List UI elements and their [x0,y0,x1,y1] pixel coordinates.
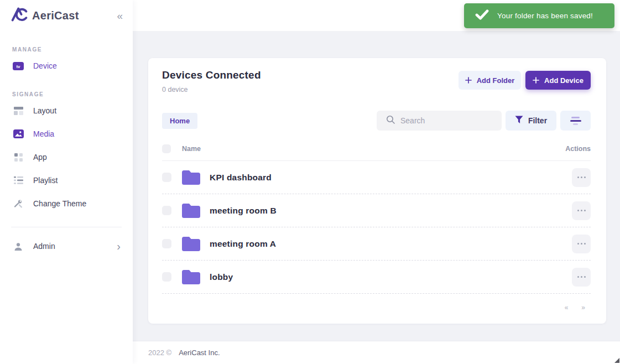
tv-icon: tv [12,62,24,70]
app-window: AeriCast « MANAGE tv Device SIGNAGE Layo… [0,0,620,364]
row-checkbox[interactable] [162,272,171,282]
filter-button[interactable]: Filter [506,111,556,131]
search-box [377,111,502,131]
sidebar-item-label: Change Theme [33,199,86,208]
page-title: Devices Connected [162,69,261,81]
sidebar-item-label: Admin [33,242,55,251]
section-label-manage: MANAGE [0,46,133,53]
app-grid-icon [12,153,24,162]
sidebar-item-label: Media [33,129,54,138]
sidebar-item-label: Layout [33,106,56,115]
footer: 2022 © AeriCast Inc. [133,341,620,364]
section-label-signage: SIGNAGE [0,91,133,97]
filter-label: Filter [528,116,547,125]
table-row[interactable]: lobby [162,261,591,294]
sidebar: AeriCast « MANAGE tv Device SIGNAGE Layo… [0,0,133,364]
toolbar-right: Filter [377,111,591,131]
row-actions-button[interactable] [572,235,591,253]
column-header-actions: Actions [565,145,591,153]
main-area: Devices Connected 0 device Add Folder [133,0,620,364]
row-actions-button[interactable] [572,168,591,187]
title-block: Devices Connected 0 device [162,69,261,93]
ellipsis-icon [577,210,579,211]
row-checkbox[interactable] [162,239,171,248]
add-device-label: Add Device [544,76,583,85]
table-row[interactable]: meeting room B [162,194,591,227]
add-folder-button[interactable]: Add Folder [459,71,521,90]
folder-icon [182,236,200,251]
folder-name: KPI dashboard [210,173,272,183]
playlist-icon [12,176,24,184]
sidebar-item-layout[interactable]: Layout [0,101,133,121]
plus-icon [465,77,472,84]
pagination-prev[interactable]: « [565,304,569,311]
ellipsis-icon [577,276,579,278]
layout-icon [12,107,24,115]
plus-icon [533,77,539,84]
footer-company: AeriCast Inc. [179,349,220,357]
sidebar-collapse-icon[interactable]: « [117,11,123,21]
brand-name: AeriCast [32,9,79,22]
table-row[interactable]: KPI dashboard [162,161,591,194]
media-icon [12,129,24,138]
devices-card: Devices Connected 0 device Add Folder [148,58,606,324]
sidebar-item-change-theme[interactable]: Change Theme [0,194,133,214]
row-checkbox[interactable] [162,173,171,182]
card-header: Devices Connected 0 device Add Folder [162,58,591,93]
logo-icon [11,7,28,24]
user-icon [12,242,24,251]
breadcrumb-home[interactable]: Home [162,113,197,129]
sidebar-item-media[interactable]: Media [0,124,133,144]
sidebar-item-label: Device [33,61,57,70]
toolbar: Home Filter [162,111,591,131]
tools-icon [12,199,24,208]
device-count: 0 device [162,86,261,93]
row-checkbox[interactable] [162,206,171,215]
chevron-right-icon: › [117,241,121,252]
folder-icon [182,203,200,218]
sidebar-item-app[interactable]: App [0,147,133,167]
ellipsis-icon [577,243,579,245]
table-row[interactable]: meeting room A [162,227,591,261]
ellipsis-icon [577,176,579,178]
content-area: Devices Connected 0 device Add Folder [133,31,620,341]
sidebar-divider [11,227,122,227]
sidebar-item-device[interactable]: tv Device [0,56,133,76]
footer-year: 2022 © [148,349,171,357]
add-folder-label: Add Folder [477,76,515,85]
sidebar-item-label: App [33,153,47,162]
sort-button[interactable] [560,111,591,131]
folder-icon [182,170,200,185]
row-actions-button[interactable] [572,201,591,220]
sidebar-item-admin[interactable]: Admin › [0,235,133,257]
search-input[interactable] [400,116,489,125]
brand-header: AeriCast « [0,0,133,31]
check-icon [475,9,489,22]
column-header-name: Name [182,145,201,153]
svg-text:tv: tv [16,64,20,69]
row-actions-button[interactable] [572,268,591,287]
sidebar-item-playlist[interactable]: Playlist [0,170,133,190]
sort-icon [571,117,580,118]
folder-name: meeting room A [210,239,276,249]
folder-icon [182,269,200,284]
pagination: « » [162,304,591,311]
folder-name: meeting room B [210,206,277,216]
header-buttons: Add Folder Add Device [459,71,591,90]
select-all-checkbox[interactable] [162,144,171,153]
sidebar-item-label: Playlist [33,176,58,185]
toast-notification: Your folder has been saved! [464,3,614,28]
funnel-icon [515,116,523,126]
search-icon [386,115,395,126]
toast-message: Your folder has been saved! [497,12,593,20]
add-device-button[interactable]: Add Device [525,71,591,90]
table-header: Name Actions [162,144,591,161]
pagination-next[interactable]: » [581,304,585,311]
folder-name: lobby [210,272,233,282]
